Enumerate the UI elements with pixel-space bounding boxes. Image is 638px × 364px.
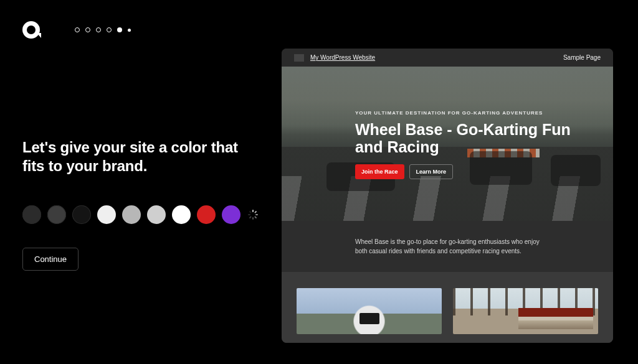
progress-step-3 [96, 27, 101, 32]
brand-logo [22, 21, 40, 39]
loading-spinner-icon [247, 208, 259, 221]
preview-gallery-image-1 [297, 288, 442, 334]
progress-step-4 [107, 27, 112, 32]
preview-gallery-image-2 [453, 288, 598, 334]
preview-hero: YOUR ULTIMATE DESTINATION FOR GO-KARTING… [282, 67, 613, 221]
color-swatch-charcoal[interactable] [22, 205, 41, 224]
progress-step-2 [85, 27, 90, 32]
color-swatch-silver[interactable] [122, 205, 141, 224]
color-swatch-light-gray[interactable] [147, 205, 166, 224]
preview-nav-sample-page: Sample Page [563, 54, 601, 61]
step-progress [75, 27, 131, 32]
color-swatch-purple[interactable] [222, 205, 240, 224]
preview-hero-tagline: YOUR ULTIMATE DESTINATION FOR GO-KARTING… [355, 110, 601, 116]
progress-step-5-current [117, 27, 122, 32]
preview-site-icon [294, 54, 304, 62]
progress-step-1 [75, 27, 80, 32]
continue-button[interactable]: Continue [22, 248, 79, 271]
color-swatch-row [22, 205, 259, 224]
color-swatch-dim-gray[interactable] [47, 205, 66, 224]
page-heading: Let's give your site a color that fits t… [22, 138, 259, 175]
preview-join-button: Join the Race [355, 164, 404, 179]
preview-learn-more-button: Learn More [409, 164, 454, 179]
preview-description: Wheel Base is the go-to place for go-kar… [282, 221, 613, 272]
color-swatch-red[interactable] [197, 205, 216, 224]
preview-site-name: My WordPress Website [310, 54, 375, 61]
preview-hero-title: Wheel Base - Go-Karting Fun and Racing [355, 121, 601, 156]
color-swatch-off-white[interactable] [97, 205, 116, 224]
color-swatch-white[interactable] [172, 205, 191, 224]
color-swatch-near-black[interactable] [72, 205, 91, 224]
progress-step-6 [128, 29, 131, 32]
site-preview: My WordPress Website Sample Page YOUR UL… [282, 49, 613, 343]
